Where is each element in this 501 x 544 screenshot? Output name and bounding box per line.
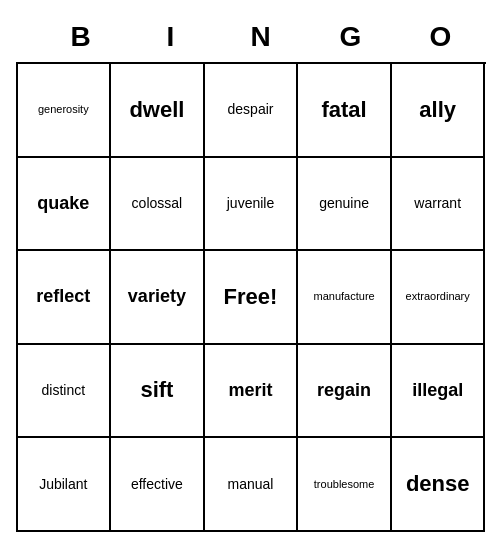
cell-text-8: genuine (319, 195, 369, 212)
cell-text-14: extraordinary (406, 290, 470, 303)
cell-text-5: quake (37, 193, 89, 215)
bingo-cell-19: illegal (392, 345, 486, 439)
cell-text-13: manufacture (314, 290, 375, 303)
bingo-cell-16: sift (111, 345, 205, 439)
cell-text-23: troublesome (314, 478, 375, 491)
bingo-cell-0: generosity (18, 64, 112, 158)
bingo-card: B I N G O generositydwelldespairfatalall… (16, 12, 486, 532)
bingo-cell-13: manufacture (298, 251, 392, 345)
bingo-cell-6: colossal (111, 158, 205, 252)
bingo-cell-12: Free! (205, 251, 299, 345)
cell-text-17: merit (228, 380, 272, 402)
cell-text-16: sift (140, 377, 173, 403)
bingo-cell-24: dense (392, 438, 486, 532)
cell-text-1: dwell (129, 97, 184, 123)
bingo-cell-8: genuine (298, 158, 392, 252)
bingo-cell-4: ally (392, 64, 486, 158)
bingo-cell-1: dwell (111, 64, 205, 158)
cell-text-19: illegal (412, 380, 463, 402)
bingo-cell-3: fatal (298, 64, 392, 158)
cell-text-20: Jubilant (39, 476, 87, 493)
bingo-grid: generositydwelldespairfatalallyquakecolo… (16, 62, 486, 532)
bingo-cell-7: juvenile (205, 158, 299, 252)
cell-text-2: despair (228, 101, 274, 118)
cell-text-9: warrant (414, 195, 461, 212)
bingo-cell-17: merit (205, 345, 299, 439)
header-b: B (36, 12, 126, 62)
bingo-cell-20: Jubilant (18, 438, 112, 532)
bingo-cell-11: variety (111, 251, 205, 345)
cell-text-10: reflect (36, 286, 90, 308)
cell-text-0: generosity (38, 103, 89, 116)
bingo-cell-21: effective (111, 438, 205, 532)
header-n: N (216, 12, 306, 62)
header-i: I (126, 12, 216, 62)
cell-text-22: manual (228, 476, 274, 493)
cell-text-12: Free! (224, 284, 278, 310)
bingo-cell-2: despair (205, 64, 299, 158)
bingo-header: B I N G O (16, 12, 486, 62)
cell-text-7: juvenile (227, 195, 274, 212)
bingo-cell-5: quake (18, 158, 112, 252)
cell-text-4: ally (419, 97, 456, 123)
bingo-cell-9: warrant (392, 158, 486, 252)
bingo-cell-22: manual (205, 438, 299, 532)
cell-text-18: regain (317, 380, 371, 402)
bingo-cell-10: reflect (18, 251, 112, 345)
header-o: O (396, 12, 486, 62)
cell-text-21: effective (131, 476, 183, 493)
bingo-cell-14: extraordinary (392, 251, 486, 345)
header-g: G (306, 12, 396, 62)
cell-text-11: variety (128, 286, 186, 308)
cell-text-24: dense (406, 471, 470, 497)
bingo-cell-23: troublesome (298, 438, 392, 532)
cell-text-6: colossal (132, 195, 183, 212)
cell-text-15: distinct (42, 382, 86, 399)
bingo-cell-15: distinct (18, 345, 112, 439)
bingo-cell-18: regain (298, 345, 392, 439)
cell-text-3: fatal (321, 97, 366, 123)
